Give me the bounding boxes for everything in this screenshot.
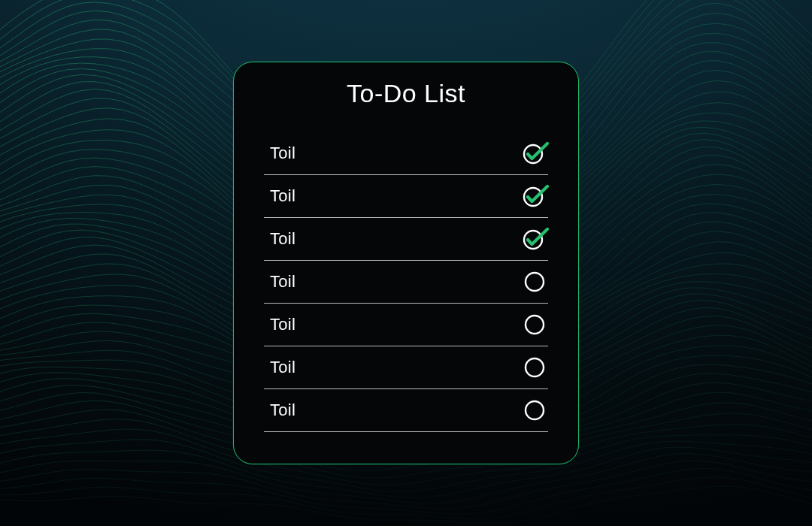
todo-item: Toil xyxy=(264,175,548,218)
checkbox-checked-icon[interactable] xyxy=(524,228,545,249)
svg-point-3 xyxy=(526,273,544,291)
todo-item: Toil xyxy=(264,346,548,389)
card-title: To-Do List xyxy=(264,79,548,108)
checkbox-unchecked-icon[interactable] xyxy=(524,314,545,335)
todo-item-label: Toil xyxy=(270,315,295,334)
checkbox-unchecked-icon[interactable] xyxy=(524,271,545,292)
svg-point-4 xyxy=(526,316,544,334)
todo-item: Toil xyxy=(264,261,548,304)
checkbox-checked-icon[interactable] xyxy=(524,143,545,164)
todo-item: Toil xyxy=(264,389,548,432)
todo-card: To-Do List ToilToilToilToilToilToilToil xyxy=(233,62,579,464)
todo-item-label: Toil xyxy=(270,186,295,206)
todo-list: ToilToilToilToilToilToilToil xyxy=(264,132,548,432)
todo-item-label: Toil xyxy=(270,272,295,292)
todo-item: Toil xyxy=(264,304,548,346)
todo-item-label: Toil xyxy=(270,358,295,377)
svg-point-5 xyxy=(526,358,544,376)
checkbox-checked-icon[interactable] xyxy=(524,186,545,207)
todo-item-label: Toil xyxy=(270,144,295,163)
todo-item-label: Toil xyxy=(270,229,295,249)
checkbox-unchecked-icon[interactable] xyxy=(524,357,545,378)
todo-item: Toil xyxy=(264,218,548,261)
todo-item: Toil xyxy=(264,132,548,175)
todo-item-label: Toil xyxy=(270,401,295,420)
checkbox-unchecked-icon[interactable] xyxy=(524,400,545,421)
svg-point-6 xyxy=(526,401,544,419)
